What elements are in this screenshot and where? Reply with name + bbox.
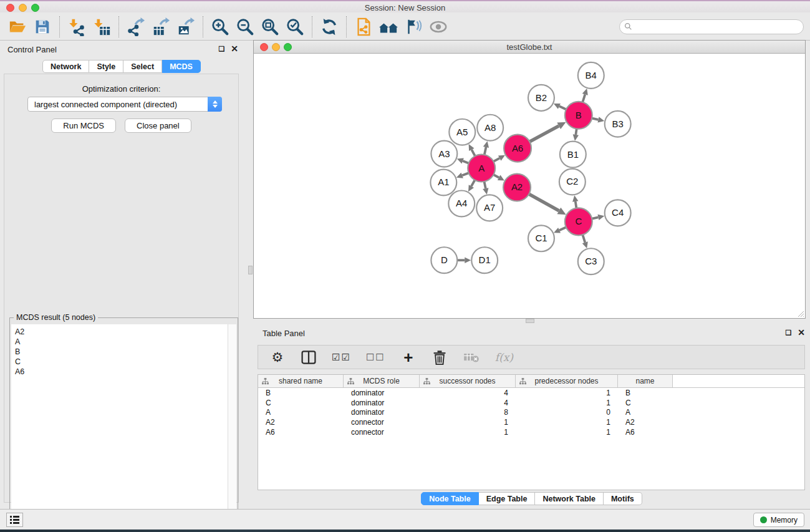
- resize-grip-icon[interactable]: [796, 309, 804, 317]
- table-row[interactable]: A6connector11A6: [258, 427, 804, 437]
- import-network-icon[interactable]: [64, 16, 89, 38]
- cell-predecessor-nodes[interactable]: 1: [516, 399, 618, 407]
- split-columns-icon[interactable]: [301, 348, 317, 367]
- cell-MCDS-role[interactable]: dominator: [344, 399, 420, 407]
- cell-name[interactable]: A: [618, 408, 673, 417]
- task-history-button[interactable]: [6, 513, 23, 527]
- close-panel-icon[interactable]: ✕: [231, 44, 238, 54]
- network-window-title: testGlobe.txt: [254, 42, 805, 52]
- close-table-panel-icon[interactable]: ✕: [798, 327, 805, 337]
- float-panel-icon[interactable]: ❑: [218, 44, 224, 54]
- result-item[interactable]: C: [15, 357, 224, 367]
- tab-motifs[interactable]: Motifs: [604, 492, 642, 505]
- export-network-icon[interactable]: [123, 16, 148, 38]
- tab-style[interactable]: Style: [89, 60, 123, 73]
- cell-name[interactable]: B: [618, 389, 673, 397]
- zoom-fit-icon[interactable]: [258, 16, 282, 38]
- export-table-icon[interactable]: [148, 16, 173, 38]
- cell-name[interactable]: C: [618, 399, 673, 407]
- result-item[interactable]: A6: [15, 367, 224, 377]
- graph-edge-A6-B[interactable]: [529, 126, 559, 142]
- open-file-icon[interactable]: [5, 16, 30, 38]
- cell-successor-nodes[interactable]: 4: [420, 399, 516, 407]
- column-header-successor-nodes[interactable]: successor nodes: [420, 375, 516, 387]
- column-header-name[interactable]: name: [618, 375, 673, 387]
- cell-MCDS-role[interactable]: connector: [344, 418, 420, 427]
- show-eye-icon[interactable]: [426, 16, 451, 38]
- network-file-icon[interactable]: [351, 16, 376, 38]
- run-mcds-button[interactable]: Run MCDS: [51, 118, 116, 133]
- zoom-selected-icon[interactable]: [282, 16, 307, 38]
- desktop-background-strip: [0, 530, 810, 532]
- tab-mcds[interactable]: MCDS: [162, 60, 201, 73]
- cell-predecessor-nodes[interactable]: 1: [516, 418, 618, 427]
- tab-edge-table[interactable]: Edge Table: [479, 492, 536, 505]
- table-row[interactable]: Cdominator41C: [258, 398, 804, 408]
- close-panel-button[interactable]: Close panel: [125, 118, 191, 133]
- cell-shared-name[interactable]: B: [258, 389, 344, 397]
- cell-predecessor-nodes[interactable]: 0: [516, 408, 618, 417]
- cell-shared-name[interactable]: A: [258, 408, 344, 417]
- delete-entry-icon[interactable]: [432, 348, 448, 367]
- table-row[interactable]: Adominator80A: [258, 408, 804, 418]
- tab-network-table[interactable]: Network Table: [535, 492, 604, 505]
- result-scrollbar[interactable]: [228, 324, 236, 531]
- cell-shared-name[interactable]: A6: [258, 428, 344, 437]
- save-session-icon[interactable]: [30, 16, 55, 38]
- float-table-panel-icon[interactable]: ❑: [785, 327, 791, 337]
- network-view-window: testGlobe.txt B4B2BB3A5A8A6A3B1AC2A1A2A4…: [253, 40, 806, 319]
- column-header-MCDS-role[interactable]: MCDS role: [344, 375, 420, 387]
- import-table-icon[interactable]: [89, 16, 114, 38]
- search-input[interactable]: [619, 19, 804, 34]
- mcds-result-list[interactable]: A2ABCA6: [11, 324, 228, 531]
- cell-successor-nodes[interactable]: 8: [420, 408, 516, 417]
- settings-gear-icon[interactable]: ⚙: [269, 348, 286, 367]
- session-title: Session: New Session: [0, 3, 810, 12]
- cell-predecessor-nodes[interactable]: 1: [516, 428, 618, 437]
- hide-flag-icon[interactable]: [401, 16, 426, 38]
- graph-node-label: D: [441, 254, 448, 265]
- table-row[interactable]: A2connector11A2: [258, 417, 804, 427]
- cell-name[interactable]: A6: [618, 428, 673, 437]
- memory-status-icon: [760, 516, 767, 523]
- table-row[interactable]: Bdominator41B: [258, 388, 804, 398]
- optimization-criterion-dropdown[interactable]: largest connected component (directed): [27, 97, 222, 112]
- tab-select[interactable]: Select: [123, 60, 162, 73]
- cell-MCDS-role[interactable]: dominator: [344, 408, 420, 417]
- delete-table-icon[interactable]: [463, 348, 480, 367]
- tab-node-table[interactable]: Node Table: [421, 492, 478, 505]
- tab-network[interactable]: Network: [42, 60, 89, 73]
- result-item[interactable]: A: [15, 337, 224, 347]
- cell-name[interactable]: A2: [618, 418, 673, 427]
- optimization-criterion-label: Optimization criterion:: [4, 84, 238, 94]
- memory-button[interactable]: Memory: [753, 513, 804, 527]
- column-header-shared-name[interactable]: shared name: [258, 375, 344, 387]
- cell-successor-nodes[interactable]: 4: [420, 389, 516, 397]
- cell-successor-nodes[interactable]: 1: [420, 418, 516, 427]
- result-item[interactable]: B: [15, 347, 224, 357]
- export-image-icon[interactable]: [173, 16, 198, 38]
- network-graph[interactable]: B4B2BB3A5A8A6A3B1AC2A1A2A4A7C4CC1C3DD1: [254, 54, 805, 318]
- zoom-in-icon[interactable]: [208, 16, 233, 38]
- function-builder-icon[interactable]: f(x): [495, 348, 513, 367]
- cell-MCDS-role[interactable]: connector: [344, 428, 420, 437]
- add-entry-icon[interactable]: +: [400, 348, 417, 367]
- cell-shared-name[interactable]: A2: [258, 418, 344, 427]
- select-all-checks-icon[interactable]: ☑☑: [332, 348, 351, 367]
- zoom-out-icon[interactable]: [233, 16, 258, 38]
- network-canvas[interactable]: B4B2BB3A5A8A6A3B1AC2A1A2A4A7C4CC1C3DD1: [254, 54, 805, 318]
- graph-node-label: C2: [566, 177, 578, 187]
- home-icon[interactable]: [376, 16, 401, 38]
- cell-successor-nodes[interactable]: 1: [420, 428, 516, 437]
- network-window-titlebar[interactable]: testGlobe.txt: [254, 41, 805, 54]
- refresh-icon[interactable]: [317, 16, 342, 38]
- cell-predecessor-nodes[interactable]: 1: [516, 389, 618, 397]
- vertical-splitter-grip[interactable]: [248, 266, 253, 274]
- result-item[interactable]: A2: [15, 327, 224, 337]
- deselect-all-checks-icon[interactable]: ☐☐: [366, 348, 385, 367]
- cell-shared-name[interactable]: C: [258, 399, 344, 407]
- column-header-predecessor-nodes[interactable]: predecessor nodes: [516, 375, 618, 387]
- horizontal-splitter-grip[interactable]: [526, 319, 534, 323]
- graph-edge-A2-C[interactable]: [528, 193, 559, 211]
- cell-MCDS-role[interactable]: dominator: [344, 389, 420, 397]
